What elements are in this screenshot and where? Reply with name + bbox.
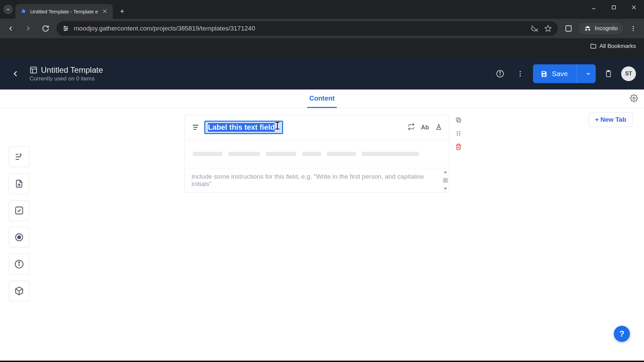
page-title[interactable]: Untitled Template	[41, 65, 103, 75]
attachment-icon	[14, 179, 24, 188]
instructions-scrollbar[interactable]	[442, 170, 448, 190]
svg-point-7	[64, 26, 65, 27]
field-label-input[interactable]	[204, 121, 283, 134]
svg-rect-12	[566, 26, 572, 32]
browser-menu-button[interactable]	[627, 22, 640, 35]
field-side-actions	[454, 115, 463, 193]
svg-point-44	[459, 134, 460, 135]
template-icon	[30, 66, 38, 74]
template-subtitle: Currently used on 0 items	[30, 75, 103, 82]
gear-icon	[630, 94, 638, 102]
duplicate-field-button[interactable]	[454, 116, 463, 124]
skeleton-line	[302, 152, 321, 156]
browser-chrome: Untitled Template - Template e ✕ + moodj…	[0, 0, 644, 58]
save-icon	[540, 70, 548, 77]
bookmarks-bar: All Bookmarks	[0, 38, 644, 54]
scrollbar-thumb[interactable]	[443, 178, 448, 183]
field-instructions-input[interactable]: Include some instructions for this field…	[185, 168, 449, 192]
bookmark-star-icon[interactable]	[544, 25, 552, 32]
incognito-indicator[interactable]: Incognito	[579, 23, 623, 34]
skeleton-line	[228, 152, 260, 156]
forward-button[interactable]	[21, 22, 35, 35]
svg-point-30	[17, 236, 20, 239]
plain-text-toggle[interactable]: Ab	[421, 124, 429, 131]
svg-point-39	[457, 131, 458, 132]
all-bookmarks-label: All Bookmarks	[599, 43, 636, 50]
more-actions-button[interactable]	[513, 66, 528, 81]
repeat-toggle[interactable]	[408, 123, 415, 132]
eye-off-icon[interactable]	[531, 25, 538, 32]
checkbox-icon	[14, 206, 24, 215]
svg-point-43	[457, 134, 458, 135]
extensions-button[interactable]	[562, 22, 575, 35]
save-button[interactable]: Save	[533, 64, 596, 83]
tab-favicon-icon	[20, 8, 27, 15]
all-bookmarks-button[interactable]: All Bookmarks	[590, 43, 636, 50]
caret-down-icon	[443, 187, 447, 190]
svg-point-8	[66, 28, 67, 29]
chevron-down-icon	[6, 7, 10, 12]
incognito-icon	[584, 25, 591, 32]
field-header-tools: Ab	[408, 123, 442, 132]
svg-point-23	[520, 73, 521, 74]
svg-point-41	[457, 133, 458, 134]
formatting-toggle[interactable]	[435, 123, 442, 132]
info-button[interactable]	[493, 66, 507, 81]
clipboard-icon	[604, 70, 612, 78]
cube-icon	[14, 286, 24, 296]
maximize-button[interactable]	[604, 0, 624, 15]
svg-point-15	[633, 30, 634, 31]
svg-point-21	[500, 72, 501, 73]
tab-bar: Untitled Template - Template e ✕ +	[0, 0, 644, 19]
drag-handle[interactable]	[454, 129, 463, 138]
add-guidelines-field-button[interactable]	[9, 254, 30, 275]
text-field-icon	[14, 152, 24, 162]
add-text-field-button[interactable]	[9, 146, 30, 167]
add-radio-field-button[interactable]	[9, 227, 30, 248]
add-component-field-button[interactable]	[9, 281, 30, 301]
copy-icon	[455, 117, 462, 123]
svg-rect-1	[612, 6, 615, 9]
avatar-initials: ST	[625, 71, 632, 77]
tab-content[interactable]: Content	[307, 89, 337, 108]
back-to-project-button[interactable]	[8, 66, 23, 81]
text-field-card[interactable]: Ab Include some instructions for this fi…	[184, 115, 449, 193]
close-window-button[interactable]	[624, 0, 644, 15]
svg-marker-35	[444, 171, 447, 173]
add-checkbox-field-button[interactable]	[9, 200, 30, 221]
close-icon[interactable]: ✕	[101, 8, 108, 15]
svg-point-9	[65, 29, 66, 31]
taskbar	[0, 361, 644, 362]
title-block: Untitled Template Currently used on 0 it…	[30, 65, 103, 82]
avatar[interactable]: ST	[621, 66, 636, 81]
field-body-preview	[185, 140, 449, 168]
skeleton-line	[193, 152, 222, 156]
info-icon	[496, 70, 504, 78]
new-tab-button[interactable]: + New Tab	[589, 112, 633, 127]
browser-tab[interactable]: Untitled Template - Template e ✕	[15, 4, 113, 19]
help-button[interactable]: ?	[614, 326, 630, 342]
tab-settings-button[interactable]	[630, 94, 638, 104]
text-field-icon	[192, 123, 200, 131]
save-dropdown-button[interactable]	[581, 71, 596, 77]
tab-title: Untitled Template - Template e	[30, 9, 98, 14]
minimize-button[interactable]	[584, 0, 604, 15]
repeat-icon	[408, 123, 415, 130]
tab-search-dropdown[interactable]	[3, 5, 13, 14]
site-settings-icon[interactable]	[62, 25, 69, 32]
help-label: ?	[620, 329, 625, 339]
info-icon	[14, 259, 24, 269]
new-browser-tab-button[interactable]: +	[117, 6, 127, 17]
back-button[interactable]	[4, 22, 17, 35]
add-attachment-field-button[interactable]	[9, 173, 30, 194]
reload-button[interactable]	[39, 22, 52, 35]
clipboard-button[interactable]	[601, 66, 616, 81]
caret-up-icon	[443, 170, 447, 174]
delete-field-button[interactable]	[454, 142, 463, 151]
url-box[interactable]: moodjoy.gathercontent.com/projects/38581…	[56, 21, 558, 36]
incognito-label: Incognito	[595, 25, 618, 32]
kebab-icon	[517, 70, 524, 77]
workspace: + New Tab Ab	[0, 108, 644, 362]
url-text: moodjoy.gathercontent.com/projects/38581…	[74, 25, 255, 32]
page-tabs: Content	[0, 89, 644, 108]
